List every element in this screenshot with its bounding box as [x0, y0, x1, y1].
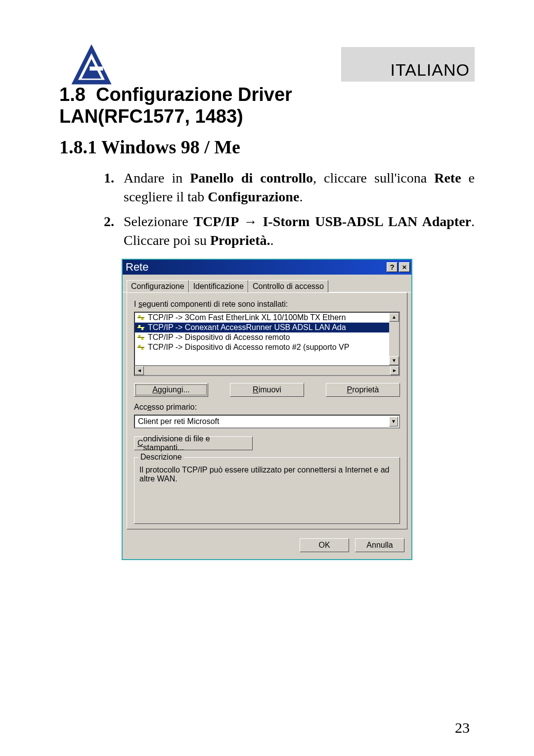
step-number: 2.: [104, 212, 124, 250]
subsection-title: Windows 98 / Me: [101, 137, 240, 157]
tab-controllo-accesso[interactable]: Controllo di accesso: [248, 280, 328, 292]
chevron-down-icon[interactable]: ▼: [389, 417, 398, 426]
tab-panel: I seguenti componenti di rete sono insta…: [127, 292, 407, 529]
svg-rect-13: [137, 347, 144, 348]
tab-strip: Configurazione Identificazione Controllo…: [123, 275, 411, 292]
step-item: 1. Andare in Panello di controllo, clicc…: [104, 169, 475, 206]
primary-access-combo[interactable]: Client per reti Microsoft ▼: [134, 415, 400, 428]
step-text: Selezionare TCP/IP → I-Storm USB-ADSL LA…: [124, 212, 475, 250]
page-number: 23: [455, 719, 470, 736]
horizontal-scrollbar[interactable]: ◄ ►: [134, 366, 400, 376]
svg-rect-14: [138, 345, 140, 347]
protocol-icon: [137, 334, 145, 341]
dialog-titlebar: Rete ? ×: [123, 260, 411, 275]
scroll-up-icon[interactable]: ▲: [389, 313, 399, 322]
description-text: Il protocollo TCP/IP può essere utilizza…: [139, 466, 395, 483]
close-button[interactable]: ×: [399, 262, 410, 272]
svg-rect-9: [141, 328, 143, 330]
svg-rect-7: [137, 327, 144, 328]
remove-button[interactable]: Rimuovi: [230, 383, 304, 397]
scroll-left-icon[interactable]: ◄: [135, 366, 144, 375]
tab-configurazione[interactable]: Configurazione: [127, 280, 189, 292]
cancel-button[interactable]: Annulla: [355, 538, 404, 552]
step-item: 2. Selezionare TCP/IP → I-Storm USB-ADSL…: [104, 212, 475, 250]
help-button[interactable]: ?: [387, 262, 398, 272]
svg-rect-10: [137, 337, 144, 338]
list-item[interactable]: TCP/IP -> Dispositivo di Accesso remoto …: [135, 342, 389, 352]
step-list: 1. Andare in Panello di controllo, clicc…: [59, 169, 475, 249]
protocol-icon: [137, 344, 145, 351]
scroll-down-icon[interactable]: ▼: [389, 356, 399, 365]
dialog-title: Rete: [126, 261, 148, 274]
svg-rect-8: [138, 325, 140, 327]
svg-rect-15: [141, 348, 143, 350]
svg-rect-11: [138, 335, 140, 337]
section-heading: 1.8 Configurazione Driver LAN(RFC1577, 1…: [59, 84, 475, 127]
components-label: I seguenti componenti di rete sono insta…: [134, 300, 400, 309]
rete-dialog: Rete ? × Configurazione Identificazione …: [122, 259, 412, 560]
add-button[interactable]: Aggiungi...: [134, 383, 208, 397]
svg-rect-3: [89, 67, 103, 71]
vertical-scrollbar[interactable]: ▲ ▼: [389, 313, 399, 365]
list-item[interactable]: TCP/IP -> Conexant AccessRunner USB ADSL…: [135, 323, 389, 332]
section-title-line1: Configurazione Driver: [96, 84, 292, 105]
scroll-right-icon[interactable]: ►: [390, 366, 399, 375]
protocol-icon: [137, 324, 145, 331]
primary-access-label: Accesso primario:: [134, 403, 400, 412]
description-groupbox: Descrizione Il protocollo TCP/IP può ess…: [134, 457, 400, 524]
subsection-heading: 1.8.1 Windows 98 / Me: [59, 136, 475, 158]
brand-logo: [69, 42, 114, 87]
svg-rect-5: [138, 315, 140, 317]
svg-rect-12: [141, 338, 143, 340]
svg-rect-4: [137, 317, 144, 318]
language-badge: ITALIANO: [341, 47, 475, 82]
section-number: 1.8: [59, 84, 86, 105]
svg-rect-6: [141, 318, 143, 320]
step-number: 1.: [104, 169, 124, 206]
section-title-line2: LAN(RFC1577, 1483): [59, 106, 243, 127]
properties-button[interactable]: Proprietà: [326, 383, 400, 397]
protocol-icon: [137, 314, 145, 321]
file-print-sharing-button[interactable]: Condivisione di file e stampanti...: [134, 436, 253, 450]
step-text: Andare in Panello di controllo, cliccare…: [124, 169, 475, 206]
groupbox-legend: Descrizione: [138, 453, 184, 462]
combo-value: Client per reti Microsoft: [138, 417, 220, 426]
subsection-number: 1.8.1: [59, 137, 97, 157]
ok-button[interactable]: OK: [300, 538, 349, 552]
list-item[interactable]: TCP/IP -> Dispositivo di Accesso remoto: [135, 332, 389, 342]
list-item[interactable]: TCP/IP -> 3Com Fast EtherLink XL 10/100M…: [135, 313, 389, 323]
components-listbox[interactable]: TCP/IP -> 3Com Fast EtherLink XL 10/100M…: [134, 312, 400, 366]
tab-identificazione[interactable]: Identificazione: [189, 280, 248, 292]
